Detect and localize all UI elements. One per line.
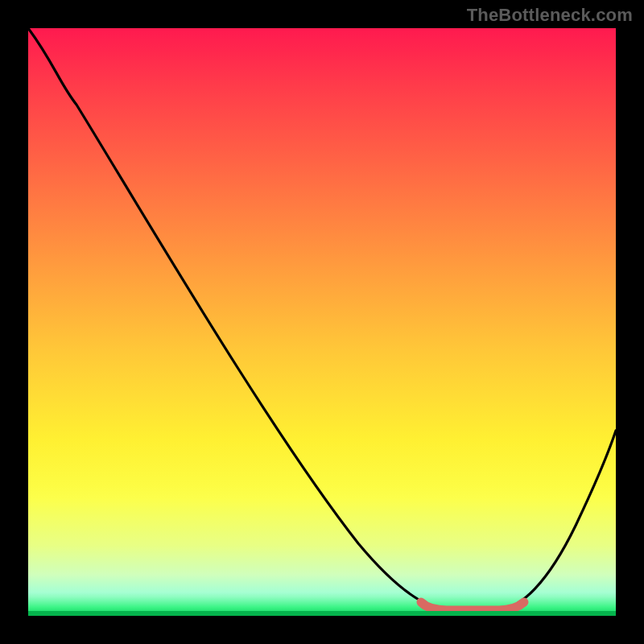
trough-highlight	[421, 602, 524, 610]
bottleneck-curve-line	[28, 28, 616, 610]
bottom-edge	[28, 611, 616, 616]
plot-area	[28, 28, 616, 616]
curve-svg	[28, 28, 616, 616]
chart-frame: TheBottleneck.com	[0, 0, 644, 644]
watermark-text: TheBottleneck.com	[467, 5, 633, 26]
